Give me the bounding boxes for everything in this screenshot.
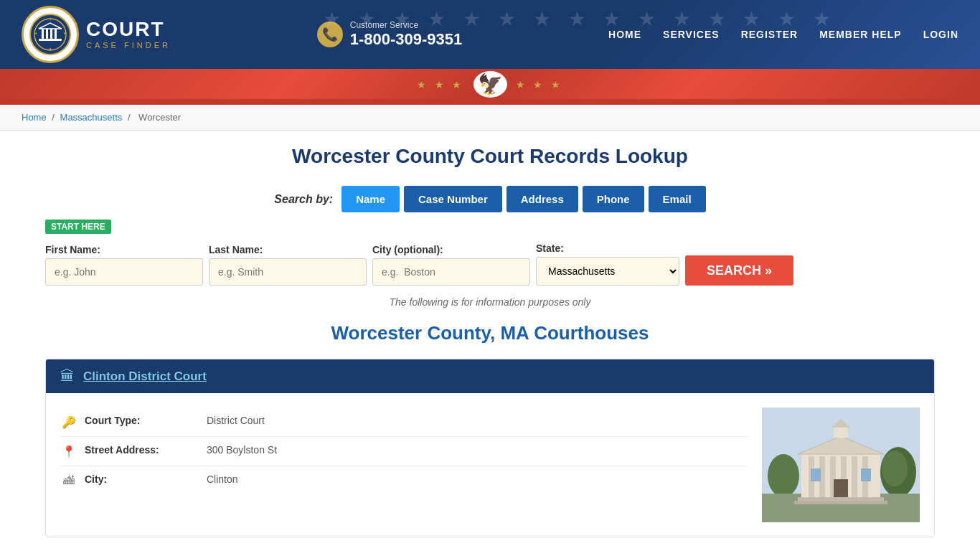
logo-emblem-icon: ★ ★ ★ ★ [29, 13, 72, 56]
city-detail-value: Clinton [207, 474, 238, 485]
first-name-field: First Name: [45, 244, 203, 286]
search-by-label: Search by: [274, 193, 333, 206]
nav-login[interactable]: LOGIN [923, 29, 958, 40]
customer-service-number: 1-800-309-9351 [350, 30, 463, 49]
nav-home[interactable]: HOME [608, 29, 641, 40]
svg-rect-2 [42, 29, 44, 39]
main-navigation: HOME SERVICES REGISTER MEMBER HELP LOGIN [608, 29, 958, 40]
page-title: Worcester County Court Records Lookup [45, 145, 935, 168]
svg-rect-29 [834, 479, 848, 497]
logo-area: ★ ★ ★ ★ COURT CASE FINDER [22, 6, 171, 63]
logo-badge: ★ ★ ★ ★ [22, 6, 79, 63]
city-label: City (optional): [372, 244, 530, 255]
state-field: State: Massachusetts [536, 242, 679, 286]
nav-services[interactable]: SERVICES [663, 29, 720, 40]
logo-text-block: COURT CASE FINDER [86, 19, 171, 50]
street-address-label: Street Address: [85, 444, 199, 456]
court-card-body: 🔑 Court Type: District Court 📍 Street Ad… [46, 393, 934, 537]
info-note: The following is for information purpose… [45, 296, 935, 308]
street-address-row: 📍 Street Address: 300 Boylston St [60, 437, 748, 466]
courthouse-icon: 🏛 [60, 368, 75, 385]
svg-rect-6 [39, 39, 62, 41]
city-field: City (optional): [372, 244, 530, 286]
svg-rect-28 [794, 501, 887, 504]
customer-service: 📞 Customer Service 1-800-309-9351 [317, 20, 463, 49]
search-button[interactable]: SEARCH » [685, 255, 793, 286]
court-type-value: District Court [207, 415, 265, 426]
svg-point-13 [768, 454, 799, 497]
breadcrumb-state[interactable]: Massachusetts [60, 112, 123, 123]
breadcrumb-home[interactable]: Home [22, 112, 47, 123]
stars-right: ★ ★ ★ [516, 79, 564, 90]
court-type-icon: 🔑 [60, 415, 77, 429]
tab-case-number[interactable]: Case Number [404, 186, 502, 212]
court-details: 🔑 Court Type: District Court 📍 Street Ad… [60, 408, 748, 522]
breadcrumb-separator-2: / [128, 112, 133, 123]
city-row: 🏙 City: Clinton [60, 466, 748, 494]
court-type-label: Court Type: [85, 415, 199, 426]
building-svg [762, 408, 920, 522]
breadcrumb-county: Worcester [138, 112, 181, 123]
breadcrumb-separator-1: / [52, 112, 57, 123]
state-select[interactable]: Massachusetts [536, 257, 679, 286]
tab-address[interactable]: Address [507, 186, 578, 212]
state-label: State: [536, 242, 679, 254]
court-building-image [762, 408, 920, 522]
search-by-row: Search by: Name Case Number Address Phon… [45, 186, 935, 212]
svg-rect-3 [46, 29, 48, 39]
customer-service-label: Customer Service [350, 20, 463, 30]
tab-name[interactable]: Name [341, 186, 400, 212]
tab-email[interactable]: Email [649, 186, 706, 212]
search-button-label: SEARCH » [707, 263, 772, 278]
svg-rect-22 [852, 456, 857, 497]
city-input[interactable] [372, 258, 530, 286]
court-card: 🏛 Clinton District Court 🔑 Court Type: D… [45, 359, 935, 537]
header-top-bar: ★ ★ ★ ★ COURT CASE FINDER 📞 Customer Ser… [0, 0, 980, 69]
eagle-icon: 🦅 [473, 71, 507, 98]
court-name-link[interactable]: Clinton District Court [83, 369, 207, 384]
phone-icon: 📞 [317, 22, 343, 47]
svg-rect-25 [834, 428, 848, 438]
street-address-value: 300 Boylston St [207, 444, 277, 456]
svg-rect-4 [50, 29, 52, 39]
svg-rect-5 [55, 29, 57, 39]
svg-rect-27 [798, 497, 884, 501]
court-type-row: 🔑 Court Type: District Court [60, 408, 748, 437]
last-name-field: Last Name: [209, 244, 367, 286]
first-name-label: First Name: [45, 244, 203, 255]
svg-rect-31 [861, 468, 871, 481]
logo-subtitle: CASE FINDER [86, 41, 171, 50]
last-name-input[interactable] [209, 258, 367, 286]
nav-register[interactable]: REGISTER [741, 29, 798, 40]
logo-title: COURT [86, 19, 165, 39]
breadcrumb: Home / Massachusetts / Worcester [0, 105, 980, 131]
svg-point-15 [882, 451, 908, 486]
city-icon: 🏙 [60, 474, 77, 487]
courthouses-section-title: Worcester County, MA Courthouses [45, 322, 935, 344]
red-divider-bar [0, 99, 980, 105]
address-icon: 📍 [60, 445, 77, 458]
patriotic-banner: ★ ★ ★ 🦅 ★ ★ ★ [0, 69, 980, 99]
tab-phone[interactable]: Phone [583, 186, 644, 212]
nav-member-help[interactable]: MEMBER HELP [819, 29, 901, 40]
search-form: First Name: Last Name: City (optional): … [45, 242, 935, 286]
svg-rect-30 [811, 468, 821, 481]
main-content: Worcester County Court Records Lookup Se… [24, 131, 956, 551]
city-detail-label: City: [85, 474, 199, 485]
last-name-label: Last Name: [209, 244, 367, 255]
start-here-badge: START HERE [45, 220, 111, 234]
court-card-header: 🏛 Clinton District Court [46, 359, 934, 393]
page-header: ★ ★ ★ ★ COURT CASE FINDER 📞 Customer Ser… [0, 0, 980, 99]
customer-service-text: Customer Service 1-800-309-9351 [350, 20, 463, 49]
stars-left: ★ ★ ★ [417, 79, 465, 90]
first-name-input[interactable] [45, 258, 203, 286]
